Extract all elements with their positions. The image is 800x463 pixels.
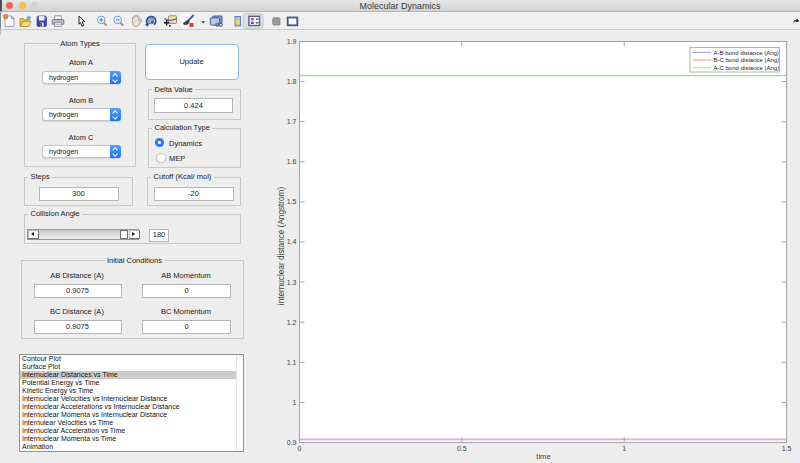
svg-text:1: 1 bbox=[622, 445, 626, 452]
svg-text:1.5: 1.5 bbox=[287, 198, 297, 205]
svg-text:1.1: 1.1 bbox=[287, 359, 297, 366]
svg-text:1.9: 1.9 bbox=[287, 38, 297, 45]
svg-text:1.7: 1.7 bbox=[287, 118, 297, 125]
svg-text:1.2: 1.2 bbox=[287, 319, 297, 326]
svg-text:1.4: 1.4 bbox=[287, 238, 297, 245]
svg-text:1.8: 1.8 bbox=[287, 78, 297, 85]
svg-text:time: time bbox=[536, 452, 550, 461]
svg-text:1.6: 1.6 bbox=[287, 158, 297, 165]
svg-text:A-C bond distance (Ang): A-C bond distance (Ang) bbox=[714, 65, 780, 71]
svg-text:1.3: 1.3 bbox=[287, 279, 297, 286]
svg-text:B-C bond distance (Ang): B-C bond distance (Ang) bbox=[714, 57, 780, 63]
svg-text:0.9: 0.9 bbox=[287, 439, 297, 446]
svg-text:1.5: 1.5 bbox=[782, 445, 792, 452]
svg-text:1: 1 bbox=[293, 399, 297, 406]
svg-text:0: 0 bbox=[298, 445, 302, 452]
svg-text:0.5: 0.5 bbox=[457, 445, 467, 452]
svg-text:A-B bond distance (Ang): A-B bond distance (Ang) bbox=[714, 50, 779, 56]
svg-text:internuclear distance (Angstro: internuclear distance (Angstrom) bbox=[277, 187, 286, 306]
